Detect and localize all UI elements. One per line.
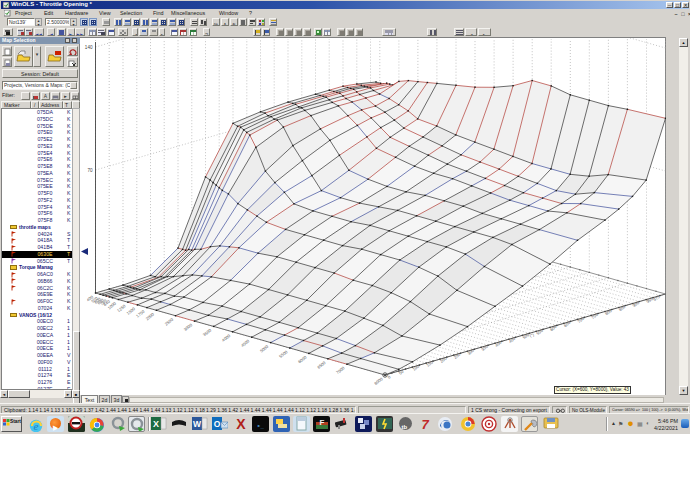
svg-text:e: e [33,420,38,432]
svg-text:O: O [213,419,220,429]
svg-text:7: 7 [421,417,429,431]
svg-text:F: F [319,418,324,427]
svg-text:1020: 1020 [670,294,680,299]
svg-text:W: W [192,419,201,429]
svg-text:X: X [236,416,246,431]
svg-text:X: X [152,419,158,429]
